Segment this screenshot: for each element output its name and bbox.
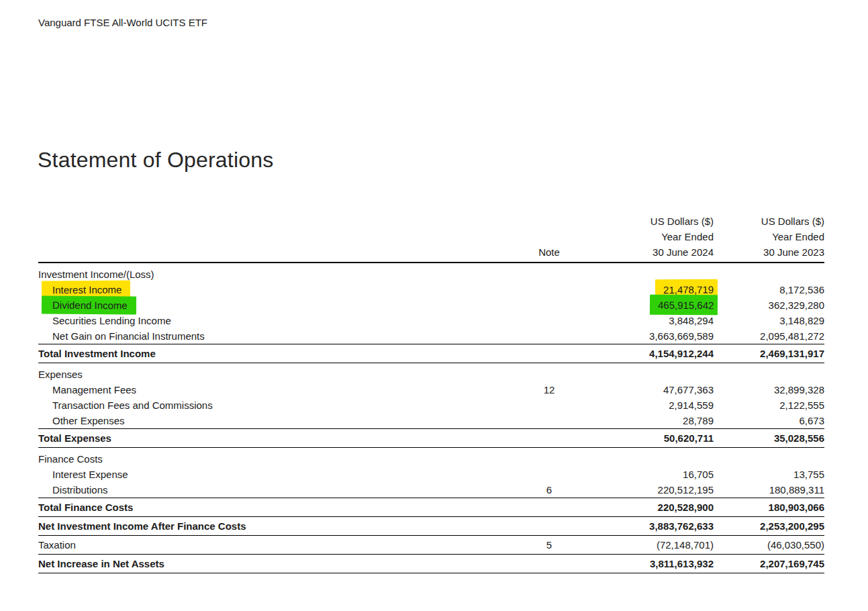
row-value-2023: 2,207,169,745: [714, 556, 824, 571]
table-row: Taxation5(72,148,701)(46,030,550): [38, 536, 824, 555]
row-label: Finance Costs: [38, 451, 512, 467]
row-value-2023: 2,469,131,917: [714, 346, 824, 361]
row-note: 12: [512, 382, 586, 397]
green-highlight: Dividend Income: [42, 296, 136, 315]
row-value-2024: 28,789: [586, 413, 714, 428]
row-label: Other Expenses: [38, 413, 512, 428]
table-row: Net Investment Income After Finance Cost…: [38, 517, 824, 536]
green-highlight: 465,915,642: [649, 295, 718, 316]
table-row: Securities Lending Income3,848,2943,148,…: [38, 313, 824, 328]
table-row: Finance Costs: [38, 448, 824, 467]
row-label: Total Expenses: [38, 430, 512, 446]
row-label: Interest Expense: [38, 467, 512, 482]
column-header-2023: US Dollars ($) Year Ended 30 June 2023: [714, 214, 824, 260]
date-label-2024: 30 June 2024: [586, 244, 714, 260]
row-label: Management Fees: [38, 382, 512, 397]
row-label: Expenses: [38, 367, 512, 382]
row-value-2024: 16,705: [586, 467, 714, 482]
table-row: Expenses: [38, 363, 824, 382]
row-value-2024: 3,883,762,633: [586, 518, 714, 534]
row-value-2024: 3,663,669,589: [586, 328, 714, 344]
row-value-2024: 47,677,363: [586, 382, 714, 397]
table-row: Interest Expense16,70513,755: [38, 467, 824, 482]
table-rows: Investment Income/(Loss)Interest Income2…: [38, 263, 824, 573]
page-title: Statement of Operations: [38, 148, 273, 173]
row-value-2023: (46,030,550): [714, 537, 824, 553]
row-value-2024: 465,915,642: [586, 297, 714, 313]
row-label: Interest Income: [38, 282, 512, 297]
table-row: Total Finance Costs220,528,900180,903,06…: [38, 498, 824, 517]
row-label: Total Investment Income: [38, 346, 512, 361]
row-value-2023: 32,899,328: [714, 382, 824, 397]
row-value-2023: 3,148,829: [714, 313, 824, 328]
row-label: Net Gain on Financial Instruments: [38, 328, 512, 344]
row-value-2023: 8,172,536: [714, 282, 824, 297]
row-value-2023: 362,329,280: [714, 297, 824, 313]
row-note: 6: [512, 482, 586, 498]
statement-table: Note US Dollars ($) Year Ended 30 June 2…: [38, 214, 824, 573]
row-value-2024: (72,148,701): [586, 537, 714, 553]
row-value-2024: 220,528,900: [586, 500, 714, 515]
row-value-2023: 2,253,200,295: [714, 518, 824, 534]
row-value-2024: 4,154,912,244: [586, 346, 714, 361]
table-row: Distributions6220,512,195180,889,311: [38, 482, 824, 498]
currency-label-2024: US Dollars ($): [586, 214, 714, 229]
row-value-2024: 3,811,613,932: [586, 556, 714, 571]
row-label: Investment Income/(Loss): [38, 267, 512, 282]
row-value-2023: 2,095,481,272: [714, 328, 824, 344]
row-value-2024: 220,512,195: [586, 482, 714, 498]
row-value-2023: 2,122,555: [714, 397, 824, 413]
row-label: Total Finance Costs: [38, 500, 512, 515]
period-label-2024: Year Ended: [586, 229, 714, 244]
table-header: Note US Dollars ($) Year Ended 30 June 2…: [38, 214, 824, 263]
column-header-2024: US Dollars ($) Year Ended 30 June 2024: [586, 214, 714, 260]
table-row: Management Fees1247,677,36332,899,328: [38, 382, 824, 397]
table-row: Total Expenses50,620,71135,028,556: [38, 429, 824, 448]
table-row: Total Investment Income4,154,912,2442,46…: [38, 344, 824, 363]
row-label: Distributions: [38, 482, 512, 498]
row-label: Net Investment Income After Finance Cost…: [38, 518, 512, 534]
table-row: Other Expenses28,7896,673: [38, 413, 824, 429]
note-column-header: Note: [512, 244, 586, 260]
row-value-2023: 180,889,311: [714, 482, 824, 498]
row-label: Dividend Income: [38, 297, 512, 313]
row-value-2024: 2,914,559: [586, 397, 714, 413]
row-value-2024: 3,848,294: [586, 313, 714, 328]
currency-label-2023: US Dollars ($): [714, 214, 824, 229]
table-row: Net Increase in Net Assets3,811,613,9322…: [38, 555, 824, 573]
row-label: Net Increase in Net Assets: [38, 556, 512, 571]
row-value-2024: 50,620,711: [586, 430, 714, 446]
row-label: Securities Lending Income: [38, 313, 512, 328]
row-value-2023: 6,673: [714, 413, 824, 428]
period-label-2023: Year Ended: [714, 229, 824, 244]
row-note: 5: [512, 537, 586, 553]
table-row: Dividend Income465,915,642362,329,280: [38, 297, 824, 313]
row-label: Transaction Fees and Commissions: [38, 397, 512, 413]
row-value-2023: 35,028,556: [714, 430, 824, 446]
table-row: Transaction Fees and Commissions2,914,55…: [38, 397, 824, 413]
row-label: Taxation: [38, 537, 512, 553]
table-row: Net Gain on Financial Instruments3,663,6…: [38, 328, 824, 344]
row-value-2023: 180,903,066: [714, 500, 824, 515]
row-value-2023: 13,755: [714, 467, 824, 482]
date-label-2023: 30 June 2023: [714, 244, 824, 260]
fund-name: Vanguard FTSE All-World UCITS ETF: [38, 17, 207, 28]
